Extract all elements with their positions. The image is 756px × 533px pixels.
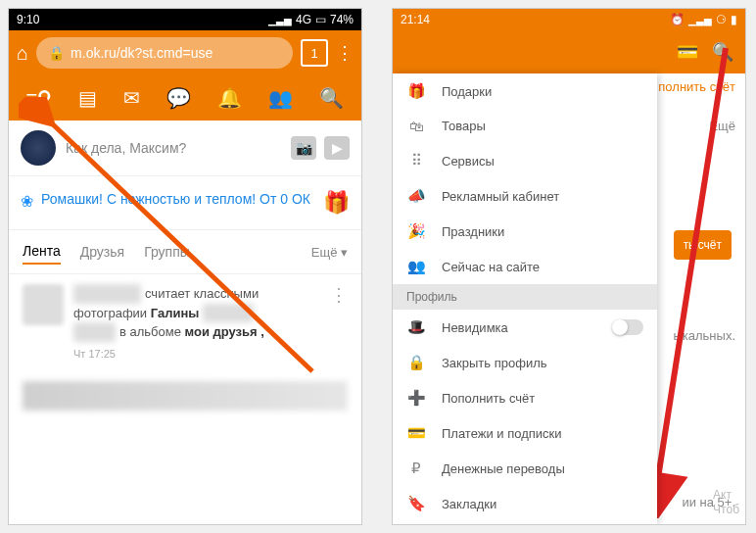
ok-nav-bar: ≡ ⚲ ▤ ✉ 💬 🔔 👥 🔍 bbox=[9, 75, 361, 121]
menu-item-icon: 💳 bbox=[406, 424, 426, 442]
phone-right: 21:14 ⏰ ▁▃▅ ⚆ ▮ 💳 🔍 полнить счёт Ещё ть … bbox=[392, 8, 746, 525]
menu-item-icon: ₽ bbox=[406, 460, 426, 477]
signal-icon: ▁▃▅ bbox=[688, 15, 712, 25]
menu-item[interactable]: 🎉Праздники bbox=[393, 214, 657, 249]
watermark-text: АктЧтоб bbox=[713, 488, 739, 518]
promo-banner[interactable]: ❀ Ромашки! С нежностью и теплом! От 0 ОК… bbox=[9, 176, 361, 229]
home-icon[interactable]: ⌂ bbox=[17, 42, 28, 65]
menu-item[interactable]: ⚙Настройки bbox=[393, 521, 657, 524]
tab-feed[interactable]: Лента bbox=[23, 243, 61, 265]
battery-pct: 74% bbox=[330, 13, 354, 26]
status-indicators: ▁▃▅ 4G ▭ 74% bbox=[268, 13, 354, 26]
menu-item-icon: 🎉 bbox=[406, 222, 426, 240]
menu-item-icon: 🛍 bbox=[406, 118, 426, 134]
menu-item[interactable]: 🛍Товары bbox=[393, 109, 657, 143]
menu-item[interactable]: 🎩Невидимка bbox=[393, 310, 657, 345]
clock: 9:10 bbox=[17, 13, 39, 26]
menu-dots-icon[interactable]: ⋮ bbox=[336, 42, 354, 64]
menu-item-label: Товары bbox=[442, 119, 643, 133]
network-badge: 4G bbox=[296, 13, 311, 26]
signal-icon: ▁▃▅ bbox=[268, 15, 292, 25]
promo-text: Ромашки! С нежностью и теплом! От 0 ОК bbox=[41, 190, 315, 210]
menu-item-label: Денежные переводы bbox=[442, 461, 643, 476]
feed-more-icon[interactable]: ⋮ bbox=[330, 284, 348, 306]
friends-icon[interactable]: 👥 bbox=[268, 86, 293, 110]
clock: 21:14 bbox=[401, 13, 430, 26]
feed-item[interactable]: XXXXXXXX считает классными фотографии Га… bbox=[9, 274, 361, 371]
main-content: Как дела, Максим? 📷 ▶ ❀ Ромашки! С нежно… bbox=[9, 121, 361, 411]
search-icon[interactable]: 🔍 bbox=[319, 86, 344, 110]
discussions-icon[interactable]: 💬 bbox=[166, 86, 191, 110]
feed-text: XXXXXXXX считает классными фотографии Га… bbox=[73, 284, 320, 362]
menu-item-label: Платежи и подписки bbox=[442, 426, 643, 441]
background-content: полнить счёт Ещё ть счёт ыкальных. ии на… bbox=[657, 73, 745, 524]
peek-text: полнить счёт bbox=[658, 79, 735, 94]
menu-item-icon: 🎁 bbox=[406, 82, 426, 100]
menu-item[interactable]: 📣Рекламный кабинет bbox=[393, 178, 657, 214]
search-icon[interactable]: 🔍 bbox=[712, 41, 733, 63]
menu-item-label: Сейчас на сайте bbox=[442, 260, 643, 274]
menu-item-label: Сервисы bbox=[442, 154, 643, 169]
tab-friends[interactable]: Друзья bbox=[80, 244, 124, 260]
menu-item-icon: 👥 bbox=[406, 258, 426, 275]
feed-tabs: Лента Друзья Группы Ещё ▾ bbox=[9, 229, 361, 274]
peek-more: Ещё bbox=[709, 119, 735, 133]
menu-item-icon: 🎩 bbox=[406, 318, 426, 336]
video-icon[interactable]: ▶ bbox=[324, 136, 350, 160]
camera-icon[interactable]: 📷 bbox=[291, 136, 316, 160]
messages-icon[interactable]: ✉ bbox=[123, 86, 140, 110]
menu-item-label: Невидимка bbox=[442, 320, 596, 335]
side-menu: 🎁Подарки🛍Товары⠿Сервисы📣Рекламный кабине… bbox=[393, 73, 657, 524]
menu-item-label: Подарки bbox=[442, 84, 643, 99]
menu-item[interactable]: 🔒Закрыть профиль bbox=[393, 345, 657, 380]
feed-image-blur bbox=[23, 381, 348, 411]
feed-icon[interactable]: ▤ bbox=[78, 86, 97, 110]
feed-avatar[interactable] bbox=[23, 284, 64, 325]
menu-item[interactable]: 🔖Закладки bbox=[393, 486, 657, 521]
battery-icon: ▮ bbox=[731, 13, 737, 26]
menu-item-label: Праздники bbox=[442, 224, 643, 239]
peek-button: ть счёт bbox=[674, 230, 732, 260]
menu-icon[interactable]: ≡ ⚲ bbox=[26, 86, 53, 110]
menu-item[interactable]: ⠿Сервисы bbox=[393, 143, 657, 178]
url-text: m.ok.ru/dk?st.cmd=use bbox=[71, 45, 213, 61]
menu-item-label: Закладки bbox=[442, 497, 643, 511]
phone-left: 9:10 ▁▃▅ 4G ▭ 74% ⌂ 🔒 m.ok.ru/dk?st.cmd=… bbox=[8, 8, 362, 525]
tabs-button[interactable]: 1 bbox=[301, 39, 328, 67]
wifi-icon: ⚆ bbox=[716, 13, 727, 26]
tab-groups[interactable]: Группы bbox=[144, 244, 190, 260]
menu-item-icon: ➕ bbox=[406, 389, 426, 407]
menu-item-icon: 🔒 bbox=[406, 354, 426, 371]
status-bar-left: 9:10 ▁▃▅ 4G ▭ 74% bbox=[9, 9, 361, 30]
lock-icon: 🔒 bbox=[48, 45, 65, 61]
menu-item-icon: 🔖 bbox=[406, 495, 426, 512]
status-bar-right: 21:14 ⏰ ▁▃▅ ⚆ ▮ bbox=[393, 9, 745, 30]
menu-item-icon: 📣 bbox=[406, 187, 426, 205]
menu-item-icon: ⠿ bbox=[406, 152, 426, 170]
flower-icon: ❀ bbox=[21, 192, 33, 211]
notifications-icon[interactable]: 🔔 bbox=[217, 86, 242, 110]
ok-top-bar: 💳 🔍 bbox=[393, 30, 745, 73]
menu-item[interactable]: 💳Платежи и подписки bbox=[393, 415, 657, 451]
alarm-icon: ⏰ bbox=[670, 13, 685, 26]
menu-item[interactable]: 👥Сейчас на сайте bbox=[393, 249, 657, 284]
menu-item-label: Пополнить счёт bbox=[442, 391, 643, 406]
gift-icon[interactable]: 🎁 bbox=[323, 190, 350, 216]
menu-item[interactable]: ➕Пополнить счёт bbox=[393, 380, 657, 415]
browser-bar: ⌂ 🔒 m.ok.ru/dk?st.cmd=use 1 ⋮ bbox=[9, 30, 361, 75]
wallet-icon[interactable]: 💳 bbox=[677, 41, 698, 63]
status-indicators: ⏰ ▁▃▅ ⚆ ▮ bbox=[670, 13, 737, 26]
tab-more[interactable]: Ещё ▾ bbox=[311, 245, 348, 260]
url-field[interactable]: 🔒 m.ok.ru/dk?st.cmd=use bbox=[36, 37, 293, 69]
toggle-switch[interactable] bbox=[612, 319, 643, 335]
composer-placeholder: Как дела, Максим? bbox=[66, 140, 281, 156]
menu-item-label: Рекламный кабинет bbox=[442, 189, 643, 204]
peek-text: ыкальных. bbox=[673, 328, 735, 343]
menu-item[interactable]: ₽Денежные переводы bbox=[393, 451, 657, 486]
battery-icon: ▭ bbox=[315, 13, 326, 26]
avatar[interactable] bbox=[21, 130, 56, 166]
menu-item[interactable]: 🎁Подарки bbox=[393, 73, 657, 109]
feed-timestamp: Чт 17:25 bbox=[73, 346, 320, 363]
post-composer[interactable]: Как дела, Максим? 📷 ▶ bbox=[9, 121, 361, 176]
section-profile: Профиль bbox=[393, 284, 657, 310]
